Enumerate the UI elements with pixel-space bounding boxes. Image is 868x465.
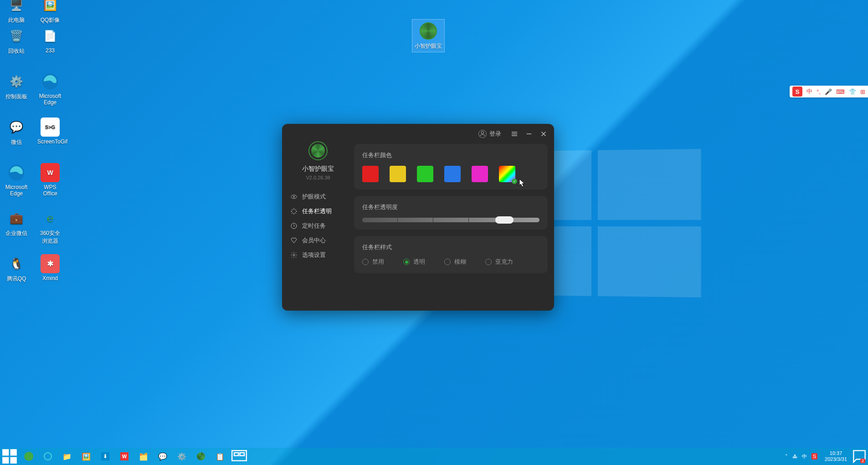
taskbar-app-settings[interactable]: ⚙️ bbox=[172, 448, 191, 465]
sparkle-icon bbox=[290, 208, 298, 215]
color-swatch-green[interactable] bbox=[417, 166, 433, 182]
icon-label: 小智护眼宝 bbox=[413, 42, 443, 50]
desktop-icon-edge-1[interactable]: Microsoft Edge bbox=[37, 72, 63, 106]
desktop-icon-qq[interactable]: 🐧腾讯QQ bbox=[4, 254, 29, 283]
sogou-logo-icon[interactable]: S bbox=[792, 87, 802, 97]
taskbar-app-wechat[interactable]: 💬 bbox=[153, 448, 172, 465]
ime-toolbar[interactable]: S 中 °, 🎤 ⌨ 👕 ⊞ bbox=[790, 86, 868, 97]
slider-thumb[interactable] bbox=[495, 216, 514, 224]
tray-chevron-up-icon[interactable]: ˄ bbox=[785, 454, 788, 460]
desktop-icon-edge-2[interactable]: Microsoft Edge bbox=[4, 163, 29, 197]
svg-point-2 bbox=[481, 132, 483, 134]
radio-blur[interactable]: 模糊 bbox=[444, 258, 466, 266]
avatar-icon bbox=[478, 130, 487, 138]
menu-button[interactable] bbox=[510, 130, 519, 138]
radio-icon bbox=[403, 259, 410, 265]
ime-lang[interactable]: 中 bbox=[806, 87, 812, 96]
desktop-icon-xiaozhi-selected[interactable]: 小智护眼宝 bbox=[412, 20, 444, 52]
taskbar-app-taskview[interactable] bbox=[230, 448, 249, 465]
menu-label: 护眼模式 bbox=[302, 193, 326, 201]
icon-label: Microsoft Edge bbox=[4, 184, 29, 197]
radio-label: 亚克力 bbox=[495, 258, 513, 266]
menu-eye-mode[interactable]: 护眼模式 bbox=[288, 189, 348, 204]
color-swatch-yellow[interactable] bbox=[390, 166, 406, 182]
icon-label: QQ影像 bbox=[37, 16, 63, 24]
taskbar-app-360[interactable] bbox=[19, 448, 38, 465]
svg-rect-9 bbox=[10, 457, 17, 464]
ime-voice-icon[interactable]: 🎤 bbox=[825, 88, 832, 95]
clock-time: 10:37 bbox=[825, 450, 847, 456]
minimize-button[interactable] bbox=[525, 130, 533, 138]
panel-title: 任务栏颜色 bbox=[362, 151, 539, 159]
menu-taskbar-transparent[interactable]: 任务栏透明 bbox=[288, 204, 348, 219]
panel-taskbar-style: 任务栏样式 禁用 透明 模糊 亚克力 bbox=[354, 236, 548, 273]
taskbar-app-notes[interactable]: 📋 bbox=[211, 448, 230, 465]
radio-icon bbox=[485, 259, 492, 265]
menu-label: 定时任务 bbox=[302, 222, 326, 230]
ime-skin-icon[interactable]: 👕 bbox=[849, 88, 856, 95]
opacity-slider[interactable] bbox=[362, 218, 539, 222]
tray-sogou-icon[interactable]: S bbox=[812, 453, 817, 460]
desktop-icon-qq-image[interactable]: 🖼️QQ影像 bbox=[37, 0, 63, 24]
svg-point-5 bbox=[293, 254, 295, 256]
desktop-icon-control-panel[interactable]: ⚙️控制面板 bbox=[4, 72, 29, 101]
menu-timed-tasks[interactable]: 定时任务 bbox=[288, 219, 348, 233]
desktop-icon-this-pc[interactable]: 🖥️此电脑 bbox=[4, 0, 29, 24]
menu-options[interactable]: 选项设置 bbox=[288, 248, 348, 262]
panel-title: 任务栏样式 bbox=[362, 243, 539, 251]
desktop-icon-recycle-bin[interactable]: 🗑️回收站 bbox=[4, 26, 29, 55]
ime-toolbox-icon[interactable]: ⊞ bbox=[860, 88, 865, 95]
radio-label: 禁用 bbox=[372, 258, 384, 266]
menu-member-center[interactable]: 会员中心 bbox=[288, 233, 348, 248]
start-button[interactable] bbox=[0, 448, 19, 465]
ime-punct-icon[interactable]: °, bbox=[817, 88, 821, 95]
desktop-icon-screentogif[interactable]: S>GScreenToGif bbox=[37, 118, 63, 145]
taskbar-app-store[interactable]: ⬇ bbox=[96, 448, 115, 465]
taskbar-app-xiaozhi[interactable] bbox=[191, 448, 211, 465]
desktop-icon-xmind[interactable]: ✱Xmind bbox=[37, 254, 63, 281]
color-swatch-magenta[interactable] bbox=[472, 166, 488, 182]
icon-label: Microsoft Edge bbox=[37, 93, 63, 106]
app-version: V2.0.26.38 bbox=[306, 175, 330, 180]
content-area: 任务栏颜色 ✓ 任务栏透明度 任务栏样式 bbox=[354, 144, 548, 304]
menu-label: 选项设置 bbox=[302, 251, 326, 259]
check-icon: ✓ bbox=[512, 179, 517, 184]
desktop-icon-wps[interactable]: WWPS Office bbox=[37, 163, 63, 197]
taskbar-app-folder[interactable]: 🗂️ bbox=[134, 448, 153, 465]
tray-ime-lang[interactable]: 中 bbox=[802, 453, 807, 460]
icon-label: 微信 bbox=[4, 138, 29, 146]
panel-title: 任务栏透明度 bbox=[362, 203, 539, 211]
svg-rect-12 bbox=[240, 453, 245, 455]
taskbar-app-wps[interactable]: W bbox=[115, 448, 134, 465]
icon-label: 回收站 bbox=[4, 47, 29, 55]
close-button[interactable] bbox=[539, 130, 548, 138]
taskbar-clock[interactable]: 10:37 2023/3/31 bbox=[821, 450, 851, 462]
svg-rect-8 bbox=[2, 457, 9, 464]
desktop-icon-wechat[interactable]: 💬微信 bbox=[4, 118, 29, 146]
taskbar[interactable]: 📁 🖼️ ⬇ W 🗂️ 💬 ⚙️ 📋 ˄ 🖧 中 S 10:37 2023/3/… bbox=[0, 448, 868, 465]
desktop-icon-233-file[interactable]: 📄233 bbox=[37, 26, 63, 54]
clock-date: 2023/3/31 bbox=[825, 456, 847, 462]
taskbar-app-explorer[interactable]: 📁 bbox=[57, 448, 77, 465]
color-swatch-blue[interactable] bbox=[444, 166, 461, 182]
radio-disable[interactable]: 禁用 bbox=[362, 258, 384, 266]
color-swatch-red[interactable] bbox=[362, 166, 379, 182]
svg-rect-6 bbox=[2, 449, 9, 455]
app-window-xiaozhi: 登录 小智护眼宝 V2.0.26.38 护眼模式 任务栏透明 定时任务 会员中心… bbox=[282, 124, 554, 311]
system-tray[interactable]: ˄ 🖧 中 S bbox=[781, 453, 821, 460]
radio-label: 透明 bbox=[413, 258, 425, 266]
radio-acrylic[interactable]: 亚克力 bbox=[485, 258, 513, 266]
radio-transparent[interactable]: 透明 bbox=[403, 258, 425, 266]
tray-network-icon[interactable]: 🖧 bbox=[792, 454, 797, 459]
taskbar-app-cortana[interactable] bbox=[38, 448, 57, 465]
desktop-icon-360-browser[interactable]: ℮360安全浏览器 bbox=[37, 209, 63, 245]
taskbar-app-image[interactable]: 🖼️ bbox=[77, 448, 96, 465]
notification-button[interactable]: 2 bbox=[851, 448, 868, 465]
titlebar[interactable]: 登录 bbox=[282, 124, 554, 144]
login-button[interactable]: 登录 bbox=[478, 130, 501, 138]
ime-keyboard-icon[interactable]: ⌨ bbox=[836, 88, 845, 95]
diamond-icon bbox=[290, 237, 298, 244]
color-swatch-custom[interactable]: ✓ bbox=[499, 166, 515, 182]
menu-label: 任务栏透明 bbox=[302, 207, 332, 215]
desktop-icon-enterprise-wechat[interactable]: 💼企业微信 bbox=[4, 209, 29, 237]
